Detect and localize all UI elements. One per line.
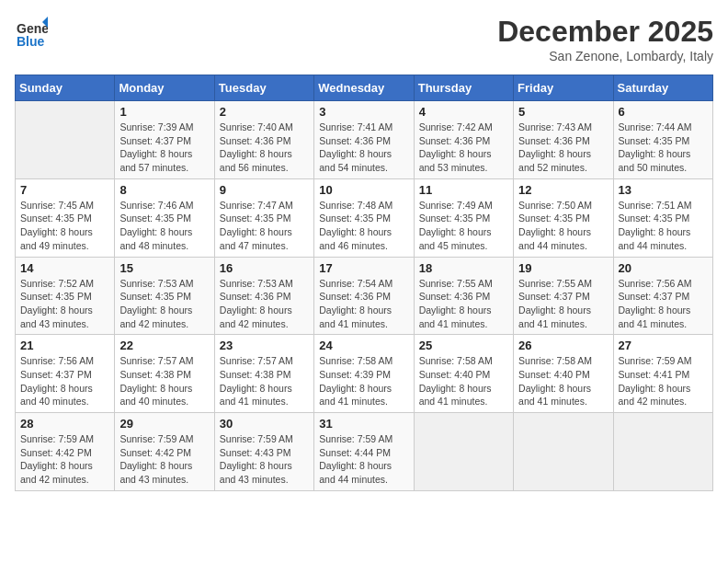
day-cell: 30Sunrise: 7:59 AM Sunset: 4:43 PM Dayli…	[214, 413, 313, 491]
day-cell	[613, 413, 712, 491]
day-number: 15	[119, 261, 209, 275]
day-cell	[414, 413, 513, 491]
day-info: Sunrise: 7:58 AM Sunset: 4:40 PM Dayligh…	[518, 354, 608, 408]
logo-icon: General Blue	[15, 15, 48, 48]
day-cell: 26Sunrise: 7:58 AM Sunset: 4:40 PM Dayli…	[514, 335, 613, 413]
day-cell: 20Sunrise: 7:56 AM Sunset: 4:37 PM Dayli…	[613, 257, 712, 335]
day-number: 26	[518, 339, 608, 352]
logo: General Blue	[15, 15, 51, 48]
day-cell: 12Sunrise: 7:50 AM Sunset: 4:35 PM Dayli…	[514, 178, 613, 257]
day-number: 13	[619, 183, 708, 197]
day-info: Sunrise: 7:47 AM Sunset: 4:35 PM Dayligh…	[220, 199, 309, 253]
day-info: Sunrise: 7:45 AM Sunset: 4:35 PM Dayligh…	[20, 199, 109, 253]
day-info: Sunrise: 7:41 AM Sunset: 4:36 PM Dayligh…	[319, 121, 408, 175]
day-number: 21	[20, 339, 109, 352]
day-info: Sunrise: 7:58 AM Sunset: 4:39 PM Dayligh…	[319, 354, 408, 408]
day-cell	[16, 101, 115, 179]
day-number: 2	[220, 105, 309, 119]
location: San Zenone, Lombardy, Italy	[497, 49, 713, 63]
day-cell: 10Sunrise: 7:48 AM Sunset: 4:35 PM Dayli…	[314, 178, 414, 257]
day-info: Sunrise: 7:56 AM Sunset: 4:37 PM Dayligh…	[20, 354, 109, 408]
day-info: Sunrise: 7:50 AM Sunset: 4:35 PM Dayligh…	[518, 199, 608, 253]
day-cell: 21Sunrise: 7:56 AM Sunset: 4:37 PM Dayli…	[16, 335, 115, 413]
day-number: 6	[619, 105, 708, 119]
day-number: 4	[419, 105, 508, 119]
day-info: Sunrise: 7:56 AM Sunset: 4:37 PM Dayligh…	[619, 277, 708, 331]
day-info: Sunrise: 7:53 AM Sunset: 4:36 PM Dayligh…	[220, 277, 309, 331]
day-cell: 11Sunrise: 7:49 AM Sunset: 4:35 PM Dayli…	[414, 178, 513, 257]
day-cell: 23Sunrise: 7:57 AM Sunset: 4:38 PM Dayli…	[214, 335, 313, 413]
day-cell: 6Sunrise: 7:44 AM Sunset: 4:35 PM Daylig…	[613, 101, 712, 179]
day-info: Sunrise: 7:59 AM Sunset: 4:41 PM Dayligh…	[619, 354, 708, 408]
day-header-wednesday: Wednesday	[314, 75, 414, 101]
day-number: 31	[319, 417, 408, 431]
day-cell: 3Sunrise: 7:41 AM Sunset: 4:36 PM Daylig…	[314, 101, 414, 179]
day-header-monday: Monday	[115, 75, 214, 101]
day-cell: 1Sunrise: 7:39 AM Sunset: 4:37 PM Daylig…	[115, 101, 214, 179]
day-info: Sunrise: 7:48 AM Sunset: 4:35 PM Dayligh…	[319, 199, 408, 253]
day-info: Sunrise: 7:59 AM Sunset: 4:42 PM Dayligh…	[20, 432, 109, 487]
day-cell: 14Sunrise: 7:52 AM Sunset: 4:35 PM Dayli…	[16, 257, 115, 335]
day-number: 5	[518, 105, 608, 119]
day-header-tuesday: Tuesday	[214, 75, 313, 101]
day-cell: 17Sunrise: 7:54 AM Sunset: 4:36 PM Dayli…	[314, 257, 414, 335]
day-info: Sunrise: 7:55 AM Sunset: 4:36 PM Dayligh…	[419, 277, 508, 331]
calendar-table: SundayMondayTuesdayWednesdayThursdayFrid…	[15, 75, 713, 491]
day-number: 23	[220, 339, 309, 352]
day-number: 20	[619, 261, 708, 275]
day-number: 19	[518, 261, 608, 275]
day-number: 3	[319, 105, 408, 119]
day-info: Sunrise: 7:46 AM Sunset: 4:35 PM Dayligh…	[119, 199, 209, 253]
day-cell: 24Sunrise: 7:58 AM Sunset: 4:39 PM Dayli…	[314, 335, 414, 413]
day-cell: 25Sunrise: 7:58 AM Sunset: 4:40 PM Dayli…	[414, 335, 513, 413]
week-row-1: 1Sunrise: 7:39 AM Sunset: 4:37 PM Daylig…	[16, 101, 713, 179]
day-info: Sunrise: 7:44 AM Sunset: 4:35 PM Dayligh…	[619, 121, 708, 175]
svg-text:Blue: Blue	[17, 34, 45, 48]
day-number: 11	[419, 183, 508, 197]
day-number: 1	[119, 105, 209, 119]
day-info: Sunrise: 7:59 AM Sunset: 4:42 PM Dayligh…	[119, 432, 209, 487]
day-cell: 15Sunrise: 7:53 AM Sunset: 4:35 PM Dayli…	[115, 257, 214, 335]
day-info: Sunrise: 7:59 AM Sunset: 4:43 PM Dayligh…	[220, 432, 309, 487]
day-info: Sunrise: 7:59 AM Sunset: 4:44 PM Dayligh…	[319, 432, 408, 487]
day-cell: 19Sunrise: 7:55 AM Sunset: 4:37 PM Dayli…	[514, 257, 613, 335]
day-number: 24	[319, 339, 408, 352]
day-number: 28	[20, 417, 109, 431]
day-header-friday: Friday	[514, 75, 613, 101]
day-info: Sunrise: 7:54 AM Sunset: 4:36 PM Dayligh…	[319, 277, 408, 331]
day-cell: 13Sunrise: 7:51 AM Sunset: 4:35 PM Dayli…	[613, 178, 712, 257]
day-info: Sunrise: 7:49 AM Sunset: 4:35 PM Dayligh…	[419, 199, 508, 253]
header: General Blue December 2025 San Zenone, L…	[15, 15, 713, 63]
day-number: 14	[20, 261, 109, 275]
day-cell: 29Sunrise: 7:59 AM Sunset: 4:42 PM Dayli…	[115, 413, 214, 491]
day-header-thursday: Thursday	[414, 75, 513, 101]
day-info: Sunrise: 7:57 AM Sunset: 4:38 PM Dayligh…	[220, 354, 309, 408]
day-cell: 31Sunrise: 7:59 AM Sunset: 4:44 PM Dayli…	[314, 413, 414, 491]
month-title: December 2025	[497, 15, 713, 49]
day-info: Sunrise: 7:57 AM Sunset: 4:38 PM Dayligh…	[119, 354, 209, 408]
day-number: 9	[220, 183, 309, 197]
day-info: Sunrise: 7:55 AM Sunset: 4:37 PM Dayligh…	[518, 277, 608, 331]
title-area: December 2025 San Zenone, Lombardy, Ital…	[497, 15, 713, 63]
day-number: 25	[419, 339, 508, 352]
day-cell: 5Sunrise: 7:43 AM Sunset: 4:36 PM Daylig…	[514, 101, 613, 179]
week-row-5: 28Sunrise: 7:59 AM Sunset: 4:42 PM Dayli…	[16, 413, 713, 491]
week-row-4: 21Sunrise: 7:56 AM Sunset: 4:37 PM Dayli…	[16, 335, 713, 413]
day-number: 16	[220, 261, 309, 275]
day-cell: 7Sunrise: 7:45 AM Sunset: 4:35 PM Daylig…	[16, 178, 115, 257]
day-cell: 28Sunrise: 7:59 AM Sunset: 4:42 PM Dayli…	[16, 413, 115, 491]
day-cell: 27Sunrise: 7:59 AM Sunset: 4:41 PM Dayli…	[613, 335, 712, 413]
day-number: 10	[319, 183, 408, 197]
day-info: Sunrise: 7:42 AM Sunset: 4:36 PM Dayligh…	[419, 121, 508, 175]
day-number: 7	[20, 183, 109, 197]
day-cell	[514, 413, 613, 491]
week-row-3: 14Sunrise: 7:52 AM Sunset: 4:35 PM Dayli…	[16, 257, 713, 335]
day-info: Sunrise: 7:51 AM Sunset: 4:35 PM Dayligh…	[619, 199, 708, 253]
day-info: Sunrise: 7:52 AM Sunset: 4:35 PM Dayligh…	[20, 277, 109, 331]
day-number: 18	[419, 261, 508, 275]
day-number: 30	[220, 417, 309, 431]
day-cell: 2Sunrise: 7:40 AM Sunset: 4:36 PM Daylig…	[214, 101, 313, 179]
day-info: Sunrise: 7:40 AM Sunset: 4:36 PM Dayligh…	[220, 121, 309, 175]
day-cell: 4Sunrise: 7:42 AM Sunset: 4:36 PM Daylig…	[414, 101, 513, 179]
day-number: 12	[518, 183, 608, 197]
